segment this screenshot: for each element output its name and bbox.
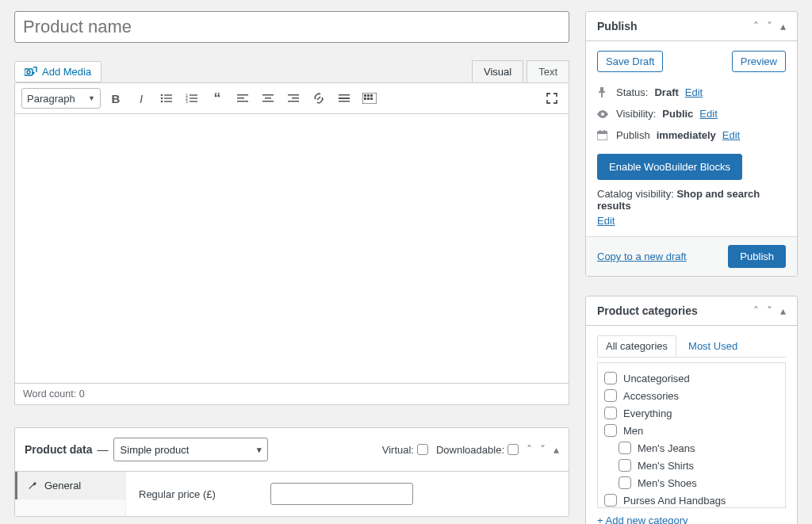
align-left-icon[interactable] <box>232 88 253 109</box>
panel-toggle-icon[interactable]: ▴ <box>780 20 786 33</box>
svg-rect-19 <box>265 98 271 99</box>
panel-down-icon[interactable]: ˅ <box>767 20 772 33</box>
category-checkbox[interactable] <box>604 372 617 384</box>
catalog-visibility-edit-link[interactable]: Edit <box>597 215 615 227</box>
category-checkbox[interactable] <box>619 459 631 472</box>
category-label: Men's Shoes <box>638 477 697 489</box>
eye-icon <box>597 110 610 118</box>
category-item[interactable]: Men's Shirts <box>603 457 780 474</box>
category-item[interactable]: Men <box>603 422 780 439</box>
svg-rect-38 <box>604 130 606 132</box>
svg-rect-36 <box>597 132 607 134</box>
enable-woobuilder-button[interactable]: Enable WooBuilder Blocks <box>597 154 742 180</box>
product-data-heading: Product data <box>25 443 93 456</box>
publish-panel: Publish ˄ ˅ ▴ Save Draft Preview Status: <box>585 11 798 277</box>
category-label: Purses And Handbags <box>623 495 726 507</box>
wrench-icon <box>27 480 38 491</box>
svg-point-7 <box>161 101 163 103</box>
product-tab-general[interactable]: General <box>15 472 125 499</box>
word-count: Word count: 0 <box>14 384 569 405</box>
metabox-up-icon[interactable]: ˄ <box>527 443 532 456</box>
content-editor[interactable] <box>14 114 569 384</box>
bold-icon[interactable]: B <box>105 88 126 109</box>
chevron-down-icon: ▼ <box>88 94 95 102</box>
product-title-input[interactable] <box>14 11 569 43</box>
virtual-checkbox-wrap[interactable]: Virtual: <box>382 444 428 456</box>
catalog-visibility-label: Catalog visibility: <box>597 188 674 200</box>
add-media-label: Add Media <box>42 66 91 78</box>
panel-down-icon[interactable]: ˅ <box>767 304 772 317</box>
fullscreen-icon[interactable] <box>542 88 562 109</box>
category-item[interactable]: Uncategorised <box>603 369 780 387</box>
visibility-label: Visibility: <box>616 108 656 120</box>
category-item[interactable]: Purses And Handbags <box>603 491 780 508</box>
preview-button[interactable]: Preview <box>732 51 786 72</box>
publish-button[interactable]: Publish <box>728 245 786 268</box>
category-list[interactable]: UncategorisedAccessoriesEverythingMenMen… <box>597 362 786 508</box>
svg-rect-14 <box>190 101 197 101</box>
svg-rect-26 <box>339 101 350 102</box>
category-checkbox[interactable] <box>604 424 617 437</box>
svg-rect-12 <box>190 98 197 98</box>
align-right-icon[interactable] <box>283 88 304 109</box>
visibility-edit-link[interactable]: Edit <box>699 108 717 120</box>
bullet-list-icon[interactable] <box>156 88 177 109</box>
blockquote-icon[interactable]: “ <box>207 88 228 109</box>
category-label: Men's Shirts <box>638 460 694 472</box>
cat-tab-most-used[interactable]: Most Used <box>680 335 746 357</box>
editor-tab-visual[interactable]: Visual <box>472 60 523 82</box>
panel-toggle-icon[interactable]: ▴ <box>780 304 786 317</box>
svg-rect-21 <box>288 94 299 96</box>
cat-tab-all[interactable]: All categories <box>597 335 676 357</box>
category-item[interactable]: Men's Jeans <box>603 439 780 457</box>
virtual-checkbox[interactable] <box>417 444 428 455</box>
svg-rect-29 <box>367 94 370 97</box>
category-checkbox[interactable] <box>619 476 631 489</box>
add-media-button[interactable]: Add Media <box>14 61 102 82</box>
category-item[interactable]: Everything <box>603 404 780 422</box>
align-center-icon[interactable] <box>258 88 278 109</box>
save-draft-button[interactable]: Save Draft <box>597 51 663 72</box>
status-edit-link[interactable]: Edit <box>685 86 703 98</box>
category-checkbox[interactable] <box>619 442 631 454</box>
svg-rect-23 <box>288 101 299 102</box>
italic-icon[interactable]: I <box>131 88 151 109</box>
numbered-list-icon[interactable]: 123 <box>182 88 202 109</box>
svg-rect-6 <box>164 98 172 98</box>
product-type-select[interactable]: Simple product <box>113 438 268 461</box>
svg-rect-10 <box>190 94 197 95</box>
visibility-value: Public <box>662 108 693 120</box>
regular-price-input[interactable] <box>270 483 413 505</box>
category-item[interactable]: Men's Shoes <box>603 474 780 491</box>
category-checkbox[interactable] <box>604 389 617 402</box>
downloadable-checkbox[interactable] <box>508 444 519 455</box>
svg-rect-17 <box>237 101 248 102</box>
panel-up-icon[interactable]: ˄ <box>753 20 759 33</box>
add-new-category-link[interactable]: + Add new category <box>597 514 786 524</box>
category-checkbox[interactable] <box>604 494 617 507</box>
heading-dash: — <box>98 443 109 456</box>
svg-rect-8 <box>164 101 172 101</box>
svg-rect-18 <box>262 94 274 96</box>
insert-more-icon[interactable] <box>334 88 354 109</box>
metabox-down-icon[interactable]: ˅ <box>540 443 546 456</box>
product-data-metabox: Product data — Simple product Virtual: D… <box>14 427 569 517</box>
category-checkbox[interactable] <box>604 407 617 419</box>
editor-tab-text[interactable]: Text <box>527 60 569 82</box>
svg-point-1 <box>27 71 30 74</box>
category-label: Men <box>623 425 643 437</box>
svg-rect-16 <box>237 98 244 99</box>
format-select[interactable]: Paragraph ▼ <box>21 88 101 109</box>
category-item[interactable]: Accessories <box>603 387 780 404</box>
svg-point-34 <box>601 113 604 116</box>
metabox-toggle-icon[interactable]: ▴ <box>553 443 559 456</box>
regular-price-label: Regular price (£) <box>139 488 266 500</box>
panel-up-icon[interactable]: ˄ <box>753 304 759 317</box>
publish-edit-link[interactable]: Edit <box>722 129 740 141</box>
copy-to-new-draft-link[interactable]: Copy to a new draft <box>597 251 687 262</box>
publish-heading: Publish <box>597 20 638 33</box>
toolbar-toggle-icon[interactable] <box>359 88 380 109</box>
link-icon[interactable] <box>308 88 329 109</box>
downloadable-checkbox-wrap[interactable]: Downloadable: <box>436 444 519 456</box>
camera-music-icon <box>25 67 37 78</box>
